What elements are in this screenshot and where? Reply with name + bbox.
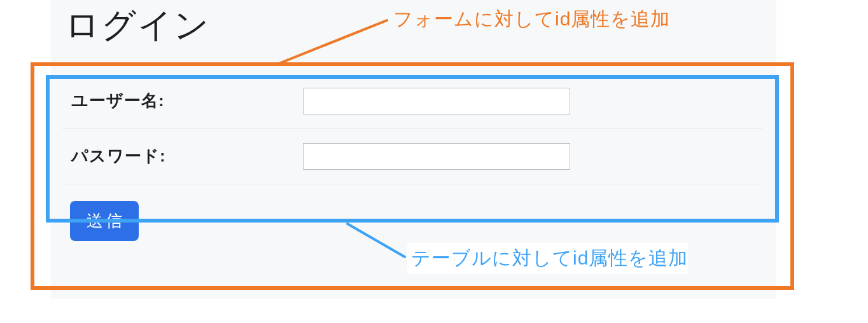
submit-button[interactable]: 送信	[70, 201, 139, 241]
table-row: パスワード:	[62, 128, 762, 184]
username-label: ユーザー名:	[62, 74, 298, 129]
annotation-table-text: テーブルに対してid属性を追加	[407, 243, 688, 274]
login-table: ユーザー名: パスワード:	[62, 74, 762, 184]
username-cell	[298, 74, 762, 129]
annotation-form-text: フォームに対してid属性を追加	[393, 6, 670, 32]
username-input[interactable]	[303, 88, 570, 114]
password-cell	[298, 128, 762, 184]
password-input[interactable]	[303, 143, 570, 170]
password-label: パスワード:	[62, 128, 298, 184]
table-row: ユーザー名:	[62, 74, 762, 129]
